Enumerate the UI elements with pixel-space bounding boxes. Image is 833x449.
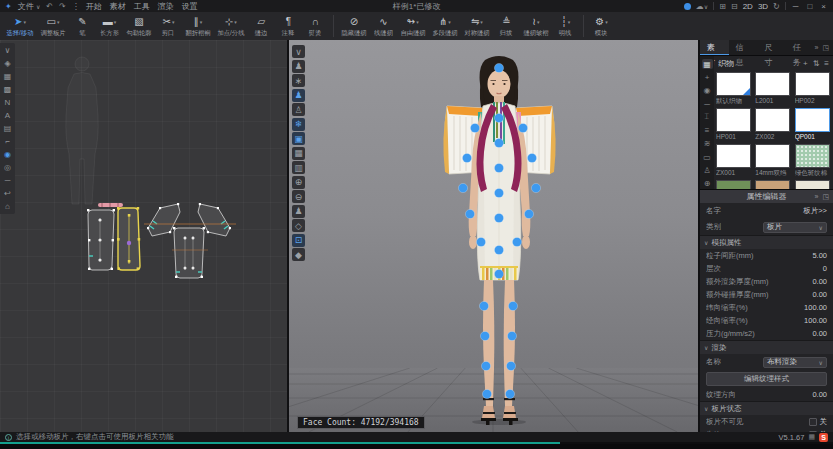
texture-direction-value[interactable]: 0.00 xyxy=(812,390,827,399)
toolbar-tool[interactable]: ∥▾ 翻折褶裥 xyxy=(182,13,214,39)
solid-garment-icon[interactable]: ◆ xyxy=(292,248,305,261)
viewport-3d[interactable]: ∨♟∗♟♙❄▣▦▥⊕⊖♟◇⊡◆ xyxy=(289,40,700,432)
sort-icon[interactable]: ⇅ xyxy=(813,59,820,68)
toolbar-tool[interactable]: ┆▾ 明线 xyxy=(552,13,579,39)
annotation-display-icon[interactable]: A xyxy=(2,110,13,121)
seam-display-icon[interactable]: ⌐ xyxy=(2,136,13,147)
chevron-down-icon[interactable]: ∨ xyxy=(704,405,708,412)
avatar-library-icon[interactable]: ♙ xyxy=(702,165,713,175)
fit-garment-icon[interactable]: ⊡ xyxy=(292,234,305,247)
maximize-button[interactable]: □ xyxy=(805,2,814,11)
fabric-library-icon[interactable]: ▦ xyxy=(702,59,713,69)
toolbar-tool[interactable]: ▱▾ 缝边 xyxy=(248,13,275,39)
toolbar-tool[interactable]: ⇋▾ 对称缝纫 xyxy=(461,13,493,39)
toolbar-tool[interactable]: ∿▾ 线缝纫 xyxy=(370,13,397,39)
user-avatar-icon[interactable] xyxy=(684,3,691,10)
fabric-swatch[interactable]: 绿色斑纹棉 xyxy=(795,144,830,177)
menu-file[interactable]: 文件 ∨ xyxy=(18,1,41,12)
collapse-2d-toolbar-icon[interactable]: ∨ xyxy=(2,45,13,56)
more-menu-icon[interactable]: ⋮ xyxy=(72,2,80,11)
label-library-icon[interactable]: ▭ xyxy=(702,152,713,162)
show-garment-icon[interactable]: ◇ xyxy=(292,219,305,232)
curve-edit-icon[interactable]: ↩ xyxy=(2,188,13,199)
cloud-sync-icon[interactable]: ☁∨ xyxy=(696,2,708,11)
toolbar-tool[interactable]: ✂▾ 剪口 xyxy=(155,13,182,39)
toolbar-tool[interactable]: ▧▾ 勾勒轮廓 xyxy=(123,13,155,39)
fabric-swatch[interactable] xyxy=(716,180,751,190)
layer-display-icon[interactable]: ▤ xyxy=(2,123,13,134)
avatar-measure-icon[interactable]: ♙ xyxy=(292,103,305,116)
toolbar-tool[interactable]: ➤▾ 选择/移动 xyxy=(3,13,37,39)
pattern-piece-front[interactable] xyxy=(87,209,115,270)
fabric-swatch[interactable]: HP002 xyxy=(795,72,830,105)
toolbar-tool[interactable]: ✎▾ 笔 xyxy=(69,13,96,39)
pattern-pieces[interactable] xyxy=(78,198,240,282)
toolbar-tool[interactable]: ≜▾ 归拔 xyxy=(493,13,520,39)
category-dropdown[interactable]: 板片 ∨ xyxy=(763,222,827,233)
scene-library-icon[interactable]: ⊕ xyxy=(702,179,713,189)
close-button[interactable]: × xyxy=(819,2,828,11)
selected-point[interactable] xyxy=(127,241,131,245)
section-render[interactable]: 渲染 xyxy=(711,343,726,353)
fabric-swatch[interactable]: 默认织物 xyxy=(716,72,751,105)
stitch-library-icon[interactable]: ≡ xyxy=(702,125,713,135)
redo-icon[interactable]: ↷ xyxy=(59,2,66,11)
add-material-icon[interactable]: + xyxy=(702,72,713,82)
panel-tab[interactable]: 素材 xyxy=(700,40,729,55)
snap-icon[interactable]: ◈ xyxy=(2,58,13,69)
toolbar-tool[interactable]: ▭▾ 调整板片 xyxy=(37,13,69,39)
menu-item[interactable]: 素材 xyxy=(110,1,126,12)
menu-item[interactable]: 工具 xyxy=(134,1,150,12)
fabric-swatch[interactable] xyxy=(755,180,790,190)
freeze-icon[interactable]: ❄ xyxy=(292,118,305,131)
toolbar-tool[interactable]: ⊘▾ 隐藏缝纫 xyxy=(338,13,370,39)
show-points-icon[interactable]: ◉ xyxy=(2,149,13,160)
hide-points-icon[interactable]: ◎ xyxy=(2,162,13,173)
fabric-swatch[interactable]: QP001 xyxy=(795,108,830,141)
grid-mini-icon[interactable]: ▦ xyxy=(808,433,815,441)
avatar-joints-icon[interactable]: ∗ xyxy=(292,74,305,87)
panel-expand-icon[interactable]: ◳ xyxy=(822,44,829,52)
minimize-button[interactable]: ─ xyxy=(791,2,801,11)
avatar-pose-icon[interactable]: ♟ xyxy=(292,89,305,102)
list-view-icon[interactable]: ≡ xyxy=(824,59,829,68)
pattern-2d-viewport[interactable]: ∨◈▦▩NA▤⌐◉◎─↩⌂ xyxy=(0,40,289,432)
remove-pin-icon[interactable]: ⊖ xyxy=(292,190,305,203)
toggle-checkbox[interactable] xyxy=(809,418,817,426)
toolbar-tool[interactable]: ▬▾ 长方形 xyxy=(96,13,123,39)
panel-tab[interactable]: 尺寸 xyxy=(757,40,786,55)
mesh-view-icon[interactable]: ▦ xyxy=(292,147,305,160)
undo-icon[interactable]: ↶ xyxy=(46,2,53,11)
notch-display-icon[interactable]: N xyxy=(2,97,13,108)
zipper-library-icon[interactable]: ─ xyxy=(702,99,713,109)
add-pin-icon[interactable]: ⊕ xyxy=(292,176,305,189)
fabric-swatch[interactable]: ZX001 xyxy=(716,144,751,177)
topstitch-library-icon[interactable]: ≋ xyxy=(702,139,713,149)
chevron-down-icon[interactable]: ∨ xyxy=(704,344,708,351)
strain-view-icon[interactable]: ▥ xyxy=(292,161,305,174)
view-3d-button[interactable]: 3D xyxy=(758,2,768,11)
show-avatar-icon[interactable]: ♟ xyxy=(292,60,305,73)
pattern-piece-selected[interactable] xyxy=(117,207,140,270)
view-2d-button[interactable]: 2D xyxy=(743,2,753,11)
fabric-swatch[interactable]: 14mm双绉 xyxy=(755,144,790,177)
tape-measure-icon[interactable]: ♟ xyxy=(292,205,305,218)
hardware-library-icon[interactable]: ⌶ xyxy=(702,112,713,122)
fabric-fill-icon[interactable]: ▩ xyxy=(2,84,13,95)
panel-tab[interactable]: 任务 xyxy=(786,40,815,55)
chevron-down-icon[interactable]: ∨ xyxy=(704,239,708,246)
menu-item[interactable]: 开始 xyxy=(86,1,102,12)
brand-logo-icon[interactable]: S xyxy=(819,433,828,442)
panel-tab[interactable]: 信息 xyxy=(729,40,758,55)
name-value[interactable]: 板片>> xyxy=(803,206,827,216)
edit-texture-button[interactable]: 编辑纹理样式 xyxy=(706,372,827,386)
property-overflow-icon[interactable]: » xyxy=(814,193,818,201)
collapse-3d-toolbar-icon[interactable]: ∨ xyxy=(292,45,305,58)
fabric-swatch[interactable]: L2001 xyxy=(755,72,790,105)
menu-item[interactable]: 设置 xyxy=(182,1,198,12)
toolbar-tool[interactable]: ¶▾ 注释 xyxy=(275,13,302,39)
avatar-3d[interactable] xyxy=(437,54,562,426)
add-fabric-icon[interactable]: + xyxy=(803,59,808,68)
grid-toggle-icon[interactable]: ▦ xyxy=(2,71,13,82)
section-state[interactable]: 板片状态 xyxy=(711,404,741,414)
